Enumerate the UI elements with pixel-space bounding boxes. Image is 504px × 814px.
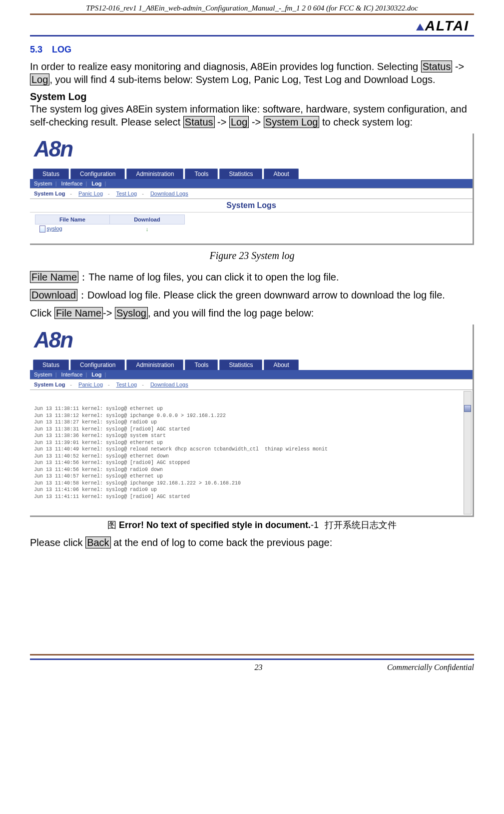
- log-line: Jun 13 11:40:57 kernel: syslog@ ethernet…: [34, 473, 469, 480]
- subnav-sep-5: |: [85, 372, 87, 378]
- system-log-heading: System Log: [30, 91, 474, 102]
- subnav-system[interactable]: System: [34, 180, 52, 186]
- logtab-dash-4: -: [70, 382, 72, 388]
- log-token: Log: [30, 74, 49, 86]
- footer-confidential: Commercially Confidential: [387, 663, 474, 672]
- download-explain: Download：Dowload log file. Please click …: [30, 288, 474, 302]
- document-header: TPS12-016_rev1 1_A8Ein_web-admin_Configu…: [0, 0, 504, 14]
- section-title: LOG: [52, 44, 71, 54]
- log-line: Jun 13 11:41:06 kernel: syslog@ radio0 u…: [34, 486, 469, 494]
- download-desc: ：Dowload log file. Please click the gree…: [77, 290, 445, 300]
- error-caption: 图 Error! No text of specified style in d…: [30, 519, 474, 531]
- logtab-download-logs-2[interactable]: Download Logs: [150, 382, 188, 388]
- tab-configuration-2[interactable]: Configuration: [70, 360, 125, 370]
- log-line: Jun 13 11:40:58 kernel: syslog@ ipchange…: [34, 480, 469, 487]
- page-number: 23: [254, 663, 262, 672]
- log-line: Jun 13 11:40:56 kernel: syslog@ radio0 d…: [34, 466, 469, 474]
- tab-statistics-2[interactable]: Statistics: [219, 360, 262, 370]
- logtab-test-log[interactable]: Test Log: [116, 190, 137, 196]
- log-line: Jun 13 11:38:36 kernel: syslog@ system s…: [34, 432, 469, 440]
- log-line: Jun 13 11:40:49 kernel: syslog@ reload n…: [34, 446, 469, 453]
- logtab-download-logs[interactable]: Download Logs: [150, 190, 188, 196]
- tab-status[interactable]: Status: [33, 168, 69, 179]
- error-cn: 打开系统日志文件: [325, 520, 397, 530]
- main-tabs-2: Status Configuration Administration Tool…: [30, 360, 473, 370]
- syslog-content: Jun 13 11:38:11 kernel: syslog@ ethernet…: [30, 390, 473, 516]
- log-line: Jun 13 11:41:11 kernel: syslog@ [radio0]…: [34, 494, 469, 500]
- subnav-log-2[interactable]: Log: [91, 372, 101, 378]
- scrollbar[interactable]: [464, 391, 472, 514]
- logtab-dash-3: -: [142, 190, 144, 196]
- logo-triangle-icon: [416, 24, 424, 30]
- sub-nav: System| Interface| Log|: [30, 179, 473, 188]
- filename-desc: ：The name of log files, you can click it…: [78, 272, 339, 282]
- status-token-2: Status: [183, 116, 215, 128]
- logtab-panic-log[interactable]: Panic Log: [78, 190, 103, 196]
- figure-caption: Figure 23 System log: [30, 250, 474, 262]
- logtab-system-log[interactable]: System Log: [34, 190, 65, 196]
- tab-status-2[interactable]: Status: [33, 360, 69, 370]
- subnav-sep-4: |: [55, 372, 57, 378]
- intro-text-b: , you will find 4 sub-items below: Syste…: [49, 74, 435, 85]
- back-b: at the end of log to come back the previ…: [111, 537, 333, 548]
- logtab-dash-1: -: [70, 190, 72, 196]
- file-icon: [39, 226, 45, 232]
- back-line: Please click Back at the end of log to c…: [30, 536, 474, 549]
- tab-about-2[interactable]: About: [264, 360, 298, 370]
- tab-administration-2[interactable]: Administration: [126, 360, 183, 370]
- log-token-2: Log: [229, 116, 249, 128]
- table-row: syslog ↓: [35, 224, 185, 234]
- click-b: , and you will find the log page below:: [148, 308, 314, 318]
- logtab-test-log-2[interactable]: Test Log: [116, 382, 137, 388]
- logtab-system-log-2[interactable]: System Log: [34, 382, 65, 388]
- subnav-interface[interactable]: Interface: [61, 180, 83, 186]
- col-download: Download: [109, 215, 184, 224]
- syslog-token: Syslog: [115, 307, 148, 319]
- section-heading: 5.3 LOG: [30, 44, 474, 55]
- click-a: Click: [30, 308, 54, 318]
- logtab-panic-log-2[interactable]: Panic Log: [78, 382, 103, 388]
- tab-configuration[interactable]: Configuration: [70, 168, 125, 179]
- section-number: 5.3: [30, 44, 42, 54]
- log-line: Jun 13 11:38:31 kernel: syslog@ [radio0]…: [34, 426, 469, 433]
- log-line: Jun 13 11:40:52 kernel: syslog@ ethernet…: [34, 453, 469, 460]
- filename-token-2: File Name: [54, 307, 103, 319]
- log-line: Jun 13 11:38:27 kernel: syslog@ radio0 u…: [34, 419, 469, 426]
- system-logs-table: File Name Download syslog ↓: [35, 214, 185, 234]
- subnav-interface-2[interactable]: Interface: [61, 372, 83, 378]
- intro-arrow-1: ->: [452, 61, 464, 72]
- logtab-dash-5: -: [108, 382, 110, 388]
- system-log-desc: The system log gives A8Ein system inform…: [30, 102, 474, 128]
- scrollbar-thumb[interactable]: [464, 405, 471, 412]
- tab-tools-2[interactable]: Tools: [185, 360, 218, 370]
- tab-about[interactable]: About: [264, 168, 298, 179]
- subnav-sep-2: |: [85, 180, 87, 186]
- altai-logo-text: ALTAI: [425, 18, 469, 34]
- log-line: Jun 13 11:38:12 kernel: syslog@ ipchange…: [34, 412, 469, 420]
- footer-rule: [30, 654, 474, 660]
- arrow-2: ->: [215, 116, 229, 128]
- tab-tools[interactable]: Tools: [185, 168, 218, 179]
- a8n-logo-2: A8n: [30, 324, 473, 360]
- syslog-desc-b: to check system log:: [319, 116, 413, 128]
- a8n-logo: A8n: [30, 134, 473, 168]
- error-prefix: 图: [107, 520, 119, 530]
- log-line: Jun 13 11:39:01 kernel: syslog@ ethernet…: [34, 440, 469, 446]
- sub-nav-2: System| Interface| Log|: [30, 370, 473, 380]
- back-token: Back: [85, 536, 110, 548]
- footer: 23 Commercially Confidential: [0, 660, 504, 682]
- logtab-dash-2: -: [108, 190, 110, 196]
- subnav-system-2[interactable]: System: [34, 372, 52, 378]
- file-name-explain: File Name：The name of log files, you can…: [30, 270, 474, 284]
- subnav-log[interactable]: Log: [91, 180, 101, 186]
- tab-administration[interactable]: Administration: [126, 168, 183, 179]
- error-suffix: -1: [311, 520, 319, 530]
- log-line: Jun 13 11:40:56 kernel: syslog@ [radio0]…: [34, 460, 469, 466]
- intro-paragraph: In order to realize easy monitoring and …: [30, 60, 474, 86]
- tab-statistics[interactable]: Statistics: [219, 168, 262, 179]
- subnav-sep-3: |: [105, 180, 106, 186]
- download-arrow-icon[interactable]: ↓: [146, 226, 149, 232]
- syslog-file-link[interactable]: syslog: [47, 226, 62, 232]
- col-file-name: File Name: [35, 215, 110, 224]
- logtab-dash-6: -: [142, 382, 144, 388]
